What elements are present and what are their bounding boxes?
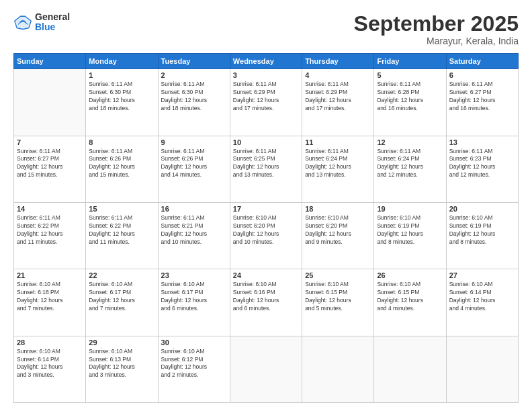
day-number: 15 — [89, 205, 154, 213]
calendar-cell-4-1: 29Sunrise: 6:10 AM Sunset: 6:13 PM Dayli… — [86, 336, 158, 402]
calendar-cell-4-3 — [230, 336, 302, 402]
calendar-cell-3-5: 26Sunrise: 6:10 AM Sunset: 6:15 PM Dayli… — [374, 269, 446, 336]
calendar-cell-1-3: 10Sunrise: 6:11 AM Sunset: 6:25 PM Dayli… — [230, 136, 302, 202]
day-number: 2 — [161, 71, 227, 79]
weekday-header-row: Sunday Monday Tuesday Wednesday Thursday… — [14, 54, 519, 69]
day-number: 25 — [305, 271, 371, 279]
cell-sun-info: Sunrise: 6:10 AM Sunset: 6:14 PM Dayligh… — [17, 348, 83, 380]
calendar-cell-4-4 — [302, 336, 374, 402]
calendar-cell-0-4: 4Sunrise: 6:11 AM Sunset: 6:29 PM Daylig… — [302, 69, 374, 136]
cell-sun-info: Sunrise: 6:11 AM Sunset: 6:26 PM Dayligh… — [161, 148, 227, 180]
week-row-4: 21Sunrise: 6:10 AM Sunset: 6:18 PM Dayli… — [14, 269, 519, 336]
calendar-cell-2-4: 18Sunrise: 6:10 AM Sunset: 6:20 PM Dayli… — [302, 202, 374, 269]
calendar-cell-0-2: 2Sunrise: 6:11 AM Sunset: 6:30 PM Daylig… — [158, 69, 230, 136]
cell-sun-info: Sunrise: 6:10 AM Sunset: 6:18 PM Dayligh… — [17, 281, 83, 313]
day-number: 9 — [161, 138, 227, 146]
cell-sun-info: Sunrise: 6:10 AM Sunset: 6:14 PM Dayligh… — [449, 281, 515, 313]
day-number: 11 — [305, 138, 371, 146]
calendar-cell-0-0 — [14, 69, 86, 136]
day-number: 17 — [233, 205, 299, 213]
header-thursday: Thursday — [302, 54, 374, 69]
logo-general-text: General — [35, 12, 70, 22]
header-tuesday: Tuesday — [158, 54, 230, 69]
calendar-cell-2-2: 16Sunrise: 6:11 AM Sunset: 6:21 PM Dayli… — [158, 202, 230, 269]
week-row-5: 28Sunrise: 6:10 AM Sunset: 6:14 PM Dayli… — [14, 336, 519, 402]
day-number: 12 — [377, 138, 443, 146]
calendar-cell-1-5: 12Sunrise: 6:11 AM Sunset: 6:24 PM Dayli… — [374, 136, 446, 202]
calendar-cell-2-1: 15Sunrise: 6:11 AM Sunset: 6:22 PM Dayli… — [86, 202, 158, 269]
day-number: 30 — [161, 338, 227, 347]
cell-sun-info: Sunrise: 6:11 AM Sunset: 6:24 PM Dayligh… — [377, 148, 443, 180]
cell-sun-info: Sunrise: 6:11 AM Sunset: 6:29 PM Dayligh… — [305, 81, 371, 113]
week-row-1: 1Sunrise: 6:11 AM Sunset: 6:30 PM Daylig… — [14, 69, 519, 136]
logo: General Blue — [13, 12, 70, 33]
day-number: 27 — [449, 271, 515, 279]
day-number: 1 — [89, 71, 154, 79]
day-number: 24 — [233, 271, 299, 279]
cell-sun-info: Sunrise: 6:11 AM Sunset: 6:27 PM Dayligh… — [17, 148, 83, 180]
calendar-cell-0-3: 3Sunrise: 6:11 AM Sunset: 6:29 PM Daylig… — [230, 69, 302, 136]
day-number: 10 — [233, 138, 299, 146]
day-number: 16 — [161, 205, 227, 213]
cell-sun-info: Sunrise: 6:11 AM Sunset: 6:23 PM Dayligh… — [449, 148, 515, 180]
header-monday: Monday — [86, 54, 158, 69]
calendar-cell-0-5: 5Sunrise: 6:11 AM Sunset: 6:28 PM Daylig… — [374, 69, 446, 136]
day-number: 19 — [377, 205, 443, 213]
cell-sun-info: Sunrise: 6:11 AM Sunset: 6:25 PM Dayligh… — [233, 148, 299, 180]
day-number: 8 — [89, 138, 154, 146]
week-row-2: 7Sunrise: 6:11 AM Sunset: 6:27 PM Daylig… — [14, 136, 519, 202]
day-number: 18 — [305, 205, 371, 213]
day-number: 13 — [449, 138, 515, 146]
calendar-cell-2-6: 20Sunrise: 6:10 AM Sunset: 6:19 PM Dayli… — [446, 202, 518, 269]
cell-sun-info: Sunrise: 6:10 AM Sunset: 6:19 PM Dayligh… — [377, 214, 443, 246]
calendar-cell-3-1: 22Sunrise: 6:10 AM Sunset: 6:17 PM Dayli… — [86, 269, 158, 336]
day-number: 7 — [17, 138, 83, 146]
day-number: 4 — [305, 71, 371, 79]
header-sunday: Sunday — [14, 54, 86, 69]
calendar-cell-2-5: 19Sunrise: 6:10 AM Sunset: 6:19 PM Dayli… — [374, 202, 446, 269]
header-wednesday: Wednesday — [230, 54, 302, 69]
calendar-cell-2-0: 14Sunrise: 6:11 AM Sunset: 6:22 PM Dayli… — [14, 202, 86, 269]
header: General Blue September 2025 Marayur, Ker… — [13, 12, 519, 46]
cell-sun-info: Sunrise: 6:11 AM Sunset: 6:21 PM Dayligh… — [161, 214, 227, 246]
cell-sun-info: Sunrise: 6:11 AM Sunset: 6:30 PM Dayligh… — [161, 81, 227, 113]
calendar-cell-2-3: 17Sunrise: 6:10 AM Sunset: 6:20 PM Dayli… — [230, 202, 302, 269]
day-number: 3 — [233, 71, 299, 79]
day-number: 22 — [89, 271, 154, 279]
calendar-cell-1-6: 13Sunrise: 6:11 AM Sunset: 6:23 PM Dayli… — [446, 136, 518, 202]
header-saturday: Saturday — [446, 54, 518, 69]
calendar-cell-4-6 — [446, 336, 518, 402]
day-number: 26 — [377, 271, 443, 279]
title-block: September 2025 Marayur, Kerala, India — [354, 12, 519, 46]
cell-sun-info: Sunrise: 6:10 AM Sunset: 6:15 PM Dayligh… — [305, 281, 371, 313]
cell-sun-info: Sunrise: 6:11 AM Sunset: 6:24 PM Dayligh… — [305, 148, 371, 180]
calendar-cell-1-2: 9Sunrise: 6:11 AM Sunset: 6:26 PM Daylig… — [158, 136, 230, 202]
calendar-cell-4-0: 28Sunrise: 6:10 AM Sunset: 6:14 PM Dayli… — [14, 336, 86, 402]
cell-sun-info: Sunrise: 6:10 AM Sunset: 6:20 PM Dayligh… — [233, 214, 299, 246]
calendar-cell-1-1: 8Sunrise: 6:11 AM Sunset: 6:26 PM Daylig… — [86, 136, 158, 202]
week-row-3: 14Sunrise: 6:11 AM Sunset: 6:22 PM Dayli… — [14, 202, 519, 269]
calendar-cell-3-3: 24Sunrise: 6:10 AM Sunset: 6:16 PM Dayli… — [230, 269, 302, 336]
logo-text: General Blue — [35, 12, 70, 33]
header-friday: Friday — [374, 54, 446, 69]
cell-sun-info: Sunrise: 6:10 AM Sunset: 6:19 PM Dayligh… — [449, 214, 515, 246]
cell-sun-info: Sunrise: 6:11 AM Sunset: 6:27 PM Dayligh… — [449, 81, 515, 113]
month-title: September 2025 — [354, 12, 519, 36]
day-number: 6 — [449, 71, 515, 79]
cell-sun-info: Sunrise: 6:11 AM Sunset: 6:26 PM Dayligh… — [89, 148, 154, 180]
day-number: 20 — [449, 205, 515, 213]
cell-sun-info: Sunrise: 6:11 AM Sunset: 6:22 PM Dayligh… — [89, 214, 154, 246]
location-subtitle: Marayur, Kerala, India — [354, 36, 519, 46]
day-number: 21 — [17, 271, 83, 279]
cell-sun-info: Sunrise: 6:10 AM Sunset: 6:16 PM Dayligh… — [233, 281, 299, 313]
calendar-cell-4-2: 30Sunrise: 6:10 AM Sunset: 6:12 PM Dayli… — [158, 336, 230, 402]
day-number: 23 — [161, 271, 227, 279]
calendar-cell-4-5 — [374, 336, 446, 402]
calendar-cell-3-2: 23Sunrise: 6:10 AM Sunset: 6:17 PM Dayli… — [158, 269, 230, 336]
calendar-cell-3-4: 25Sunrise: 6:10 AM Sunset: 6:15 PM Dayli… — [302, 269, 374, 336]
page: General Blue September 2025 Marayur, Ker… — [0, 0, 532, 411]
cell-sun-info: Sunrise: 6:11 AM Sunset: 6:29 PM Dayligh… — [233, 81, 299, 113]
calendar-cell-1-4: 11Sunrise: 6:11 AM Sunset: 6:24 PM Dayli… — [302, 136, 374, 202]
cell-sun-info: Sunrise: 6:10 AM Sunset: 6:17 PM Dayligh… — [161, 281, 227, 313]
calendar-cell-3-0: 21Sunrise: 6:10 AM Sunset: 6:18 PM Dayli… — [14, 269, 86, 336]
